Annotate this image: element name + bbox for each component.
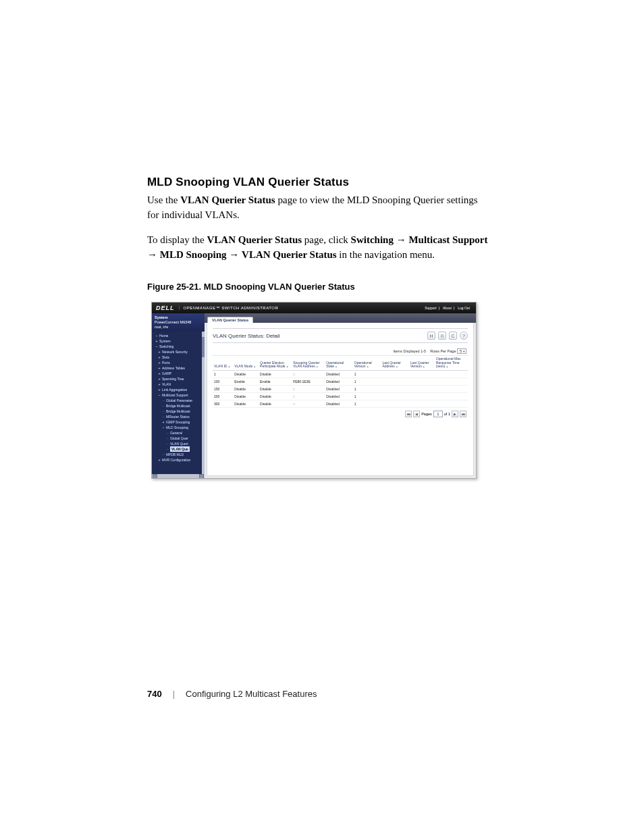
col-vlan-id[interactable]: VLAN ID — [213, 356, 233, 370]
nav-item[interactable]: MVR Configuration — [154, 457, 205, 463]
support-link[interactable]: Support — [425, 306, 437, 310]
arrow-icon: → — [396, 234, 406, 245]
cell: Disable — [233, 385, 259, 392]
nav-item-label: Network Security — [162, 349, 188, 355]
cell: Disabled — [325, 377, 353, 385]
nav-item[interactable]: MFDB MLD — [154, 452, 205, 457]
nav-item-label: MLD Snooping — [166, 425, 188, 430]
rows-per-page-select[interactable]: 5 — [457, 348, 466, 354]
nav-item-label: Multicast Support — [162, 392, 188, 398]
page-prev-button[interactable]: ◀ — [413, 411, 420, 417]
save-icon[interactable]: H — [427, 332, 435, 340]
nav-item[interactable]: Slots — [154, 355, 205, 360]
nav-item[interactable]: GARP — [154, 371, 205, 376]
cell: 1 — [353, 385, 381, 392]
nav-item[interactable]: IGMP Snooping — [154, 419, 205, 425]
tab-vlan-querier-status[interactable]: VLAN Querier Status — [207, 317, 253, 323]
col-vlan-mode[interactable]: VLAN Mode — [233, 356, 259, 370]
expand-icon[interactable] — [157, 349, 162, 355]
scroll-left-icon[interactable] — [153, 474, 157, 479]
nav-item-label: MFDB MLD — [166, 452, 184, 457]
bullet-icon[interactable] — [161, 398, 166, 403]
nav-item[interactable]: MRouter Status — [154, 414, 205, 419]
nav-item[interactable]: VLAN Queri — [154, 441, 205, 446]
bullet-icon[interactable] — [161, 403, 166, 409]
col-last-querier-addr[interactable]: Last Querier Address — [381, 356, 409, 370]
nav-item[interactable]: Switching — [154, 344, 205, 349]
cell — [435, 385, 468, 392]
expand-icon[interactable] — [157, 387, 162, 392]
page-first-button[interactable]: ⏮ — [405, 411, 412, 417]
expand-icon[interactable] — [157, 382, 162, 387]
col-querier-election[interactable]: Querier Election Participate Mode — [259, 356, 292, 370]
items-displayed-label: Items Displayed — [394, 349, 420, 353]
collapse-icon[interactable] — [154, 333, 159, 338]
col-snooping-address[interactable]: Snooping Querier VLAN Address — [292, 356, 325, 370]
col-op-state[interactable]: Operational State — [325, 356, 353, 370]
collapse-icon[interactable] — [157, 392, 162, 398]
cell: Disable — [233, 370, 259, 377]
nav-item[interactable]: MLD Snooping — [154, 425, 205, 430]
bullet-icon[interactable] — [165, 446, 170, 452]
page-footer: 740 | Configuring L2 Multicast Features — [147, 689, 317, 699]
nav-item[interactable]: Bridge Multicast — [154, 409, 205, 414]
nav-item[interactable]: Global Parameter — [154, 398, 205, 403]
page-input[interactable]: 1 — [433, 411, 443, 417]
collapse-icon[interactable] — [154, 344, 159, 349]
nav-item[interactable]: VLAN Que — [154, 446, 205, 452]
cell — [409, 377, 435, 385]
nav-mld-snooping: MLD Snooping — [160, 249, 227, 260]
cell — [409, 370, 435, 377]
nav-item[interactable]: Network Security — [154, 349, 205, 355]
text: page, click — [302, 234, 350, 245]
nav-tree[interactable]: HomeSystemSwitchingNetwork SecuritySlots… — [152, 332, 205, 474]
nav-item[interactable]: Link Aggregation — [154, 387, 205, 392]
shot-body: System PowerConnect M6348 root, r/w Home… — [152, 313, 476, 478]
col-last-querier-ver[interactable]: Last Querier Version — [409, 356, 435, 370]
bullet-icon[interactable] — [161, 452, 166, 457]
page-last-button[interactable]: ⏭ — [460, 411, 466, 417]
nav-item[interactable]: Multicast Support — [154, 392, 205, 398]
col-op-version[interactable]: Operational Version — [353, 356, 381, 370]
page-next-button[interactable]: ▶ — [452, 411, 458, 417]
sidebar-header: System PowerConnect M6348 root, r/w — [152, 313, 205, 332]
bullet-icon[interactable] — [161, 414, 166, 419]
nav-item[interactable]: Ports — [154, 360, 205, 365]
expand-icon[interactable] — [154, 338, 159, 344]
nav-item[interactable]: Spanning Tree — [154, 376, 205, 382]
help-icon[interactable]: ? — [460, 332, 468, 340]
nav-item[interactable]: General — [154, 430, 205, 436]
col-op-max-resp[interactable]: Operational Max Response Time (secs) — [435, 356, 468, 370]
expand-icon[interactable] — [157, 376, 162, 382]
nav-item[interactable]: Home — [154, 333, 205, 338]
page-of-label: of 1 — [444, 412, 450, 416]
expand-icon[interactable] — [157, 365, 162, 371]
bullet-icon[interactable] — [161, 409, 166, 414]
bullet-icon[interactable] — [165, 430, 170, 436]
expand-icon[interactable] — [157, 457, 162, 463]
expand-icon[interactable] — [157, 360, 162, 365]
bullet-icon[interactable] — [165, 441, 170, 446]
expand-icon[interactable] — [157, 371, 162, 376]
print-icon[interactable]: ⎙ — [438, 332, 446, 340]
nav-item[interactable]: Global Quer — [154, 436, 205, 441]
logout-link[interactable]: Log Out — [458, 306, 470, 310]
nav-item[interactable]: VLAN — [154, 382, 205, 387]
sidebar-vscroll[interactable] — [202, 332, 205, 474]
expand-icon[interactable] — [157, 355, 162, 360]
collapse-icon[interactable] — [161, 425, 166, 430]
nav-item[interactable]: Bridge Multicast — [154, 403, 205, 409]
arrow-icon: → — [147, 249, 157, 260]
text: To display the — [147, 234, 207, 245]
refresh-icon[interactable]: C — [449, 332, 457, 340]
scroll-thumb[interactable] — [202, 337, 205, 357]
nav-item[interactable]: System — [154, 338, 205, 344]
sidebar-hscroll[interactable] — [152, 474, 205, 478]
nav-item[interactable]: Address Tables — [154, 365, 205, 371]
bullet-icon[interactable] — [165, 436, 170, 441]
paragraph-2: To display the VLAN Querier Status page,… — [147, 232, 491, 263]
expand-icon[interactable] — [161, 419, 166, 425]
dell-logo: DELL — [156, 305, 175, 311]
about-link[interactable]: About — [443, 306, 452, 310]
scroll-right-icon[interactable] — [199, 474, 204, 479]
